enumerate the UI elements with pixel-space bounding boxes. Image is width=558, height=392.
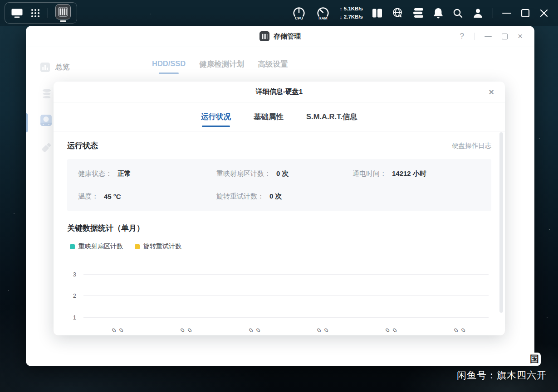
app-launcher-grid-icon[interactable] [30, 8, 40, 18]
x-label-group: 00 [455, 327, 465, 334]
user-account-icon[interactable] [472, 7, 484, 19]
desktop-icon[interactable] [11, 8, 23, 19]
modal-header: 详细信息-硬盘1 × [54, 82, 505, 102]
active-app-indicator [60, 20, 66, 22]
storage-manager-window: 存储管理 ? × HDD/SSD 健康检测计划 高级设置 [26, 26, 534, 366]
widgets-panel-icon[interactable] [372, 8, 383, 19]
x-label-group: 00 [181, 327, 191, 334]
field-health-status: 健康状态： 正常 [78, 169, 216, 178]
globe-network-icon[interactable] [392, 7, 404, 19]
download-speed: 2.7KB/s [344, 14, 363, 21]
window-title: 存储管理 [274, 32, 301, 41]
window-minimize-button[interactable] [485, 36, 492, 37]
svg-text:RAM: RAM [319, 16, 328, 20]
svg-text:CPU: CPU [295, 16, 303, 20]
key-data-chart: 3 2 1 00 00 00 00 00 00 [67, 268, 491, 335]
taskbar-right-group: CPU RAM ↑5.1KB/s ↓2.7KB/s [291, 0, 549, 26]
modal-tabs: 运行状况 基础属性 S.M.A.R.T.信息 [54, 102, 505, 131]
desktop-maximize-icon[interactable] [520, 8, 530, 18]
x-axis-labels: 00 00 00 00 00 00 [113, 327, 465, 334]
watermark-text: 闲鱼号：旗木四六开 [457, 369, 547, 382]
taskbar-controls-separator [493, 8, 493, 18]
window-titlebar: 存储管理 ? × [26, 26, 534, 47]
modal-close-icon[interactable]: × [489, 87, 494, 97]
gridline-1: 1 [67, 314, 489, 320]
gridline-2: 2 [67, 292, 489, 299]
desktop-close-icon[interactable] [539, 8, 549, 18]
tab-basic-properties[interactable]: 基础属性 [253, 103, 284, 131]
running-state-heading: 运行状态 [67, 140, 98, 151]
notifications-bell-icon[interactable] [433, 7, 444, 19]
desktop-minimize-icon[interactable] [502, 8, 512, 18]
taskbar-separator [48, 8, 48, 18]
chart-legend: 重映射扇区计数 旋转重试计数 [70, 242, 491, 251]
field-empty [352, 192, 480, 201]
upload-arrow-icon: ↑ [339, 5, 343, 13]
watermark-badge: 国 [522, 353, 541, 366]
legend-swatch-yellow [135, 244, 140, 249]
x-label-group: 00 [250, 327, 260, 334]
tab-smart-info[interactable]: S.M.A.R.T.信息 [305, 103, 358, 131]
key-data-statistics-heading: 关键数据统计（单月） [67, 223, 491, 233]
desktop: CPU RAM ↑5.1KB/s ↓2.7KB/s [0, 0, 558, 392]
disk-detail-modal: 详细信息-硬盘1 × 运行状况 基础属性 S.M.A.R.T.信息 运行状态 硬… [54, 82, 505, 335]
x-label-group: 00 [113, 327, 123, 334]
field-remapped-sector-count: 重映射扇区计数： 0 次 [216, 169, 352, 178]
legend-swatch-teal [70, 244, 75, 249]
x-label-group: 00 [318, 327, 328, 334]
modal-scrollbar-thumb[interactable] [499, 132, 503, 313]
storage-manager-app-icon [55, 4, 71, 19]
window-content: HDD/SSD 健康检测计划 高级设置 总览 [26, 47, 534, 366]
window-controls: ? × [460, 31, 523, 41]
disk-operation-log-link[interactable]: 硬盘操作日志 [452, 141, 491, 150]
legend-item-remapped-sector[interactable]: 重映射扇区计数 [70, 242, 123, 251]
taskbar: CPU RAM ↑5.1KB/s ↓2.7KB/s [0, 0, 558, 26]
taskbar-storage-manager-app[interactable] [55, 4, 71, 22]
modal-title: 详细信息-硬盘1 [256, 87, 303, 96]
x-label-group: 00 [386, 327, 396, 334]
taskbar-left-group [5, 2, 77, 24]
server-stack-icon[interactable] [412, 7, 424, 19]
cpu-gauge-icon[interactable]: CPU [291, 5, 307, 21]
ram-gauge-icon[interactable]: RAM [315, 5, 331, 21]
field-spin-retry-count: 旋转重试计数： 0 次 [216, 192, 352, 201]
storage-manager-title-icon [259, 31, 269, 41]
window-maximize-button[interactable] [502, 34, 508, 39]
download-arrow-icon: ↓ [339, 13, 343, 21]
status-panel: 健康状态： 正常 重映射扇区计数： 0 次 通电时间： 14212 小时 温 [67, 159, 491, 211]
upload-speed: 5.1KB/s [344, 5, 363, 13]
modal-body: 运行状态 硬盘操作日志 健康状态： 正常 重映射扇区计数： 0 次 [54, 131, 505, 335]
field-power-on-time: 通电时间： 14212 小时 [352, 169, 480, 178]
legend-item-spin-retry[interactable]: 旋转重试计数 [135, 242, 181, 251]
search-icon[interactable] [452, 8, 463, 19]
window-close-button[interactable]: × [518, 31, 523, 41]
gridline-3: 3 [67, 271, 489, 277]
help-button[interactable]: ? [460, 32, 464, 41]
window-controls-separator [474, 33, 475, 40]
field-temperature: 温度： 45 °C [78, 192, 216, 201]
network-speed-widget[interactable]: ↑5.1KB/s ↓2.7KB/s [339, 5, 363, 21]
tab-running-status[interactable]: 运行状况 [200, 103, 232, 131]
